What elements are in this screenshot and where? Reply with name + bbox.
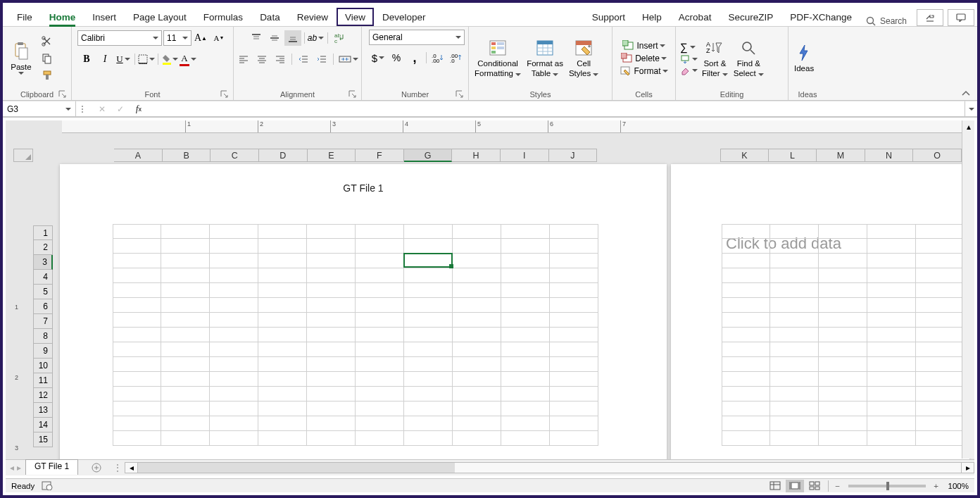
cell[interactable]	[307, 387, 356, 401]
cell[interactable]	[550, 298, 598, 313]
cell[interactable]	[356, 239, 404, 254]
prev-sheet-button[interactable]: ◂	[10, 463, 14, 473]
cell[interactable]	[161, 239, 210, 254]
cell[interactable]	[161, 401, 210, 416]
cell[interactable]	[210, 372, 258, 387]
cell[interactable]	[916, 431, 965, 446]
cell[interactable]	[307, 431, 356, 446]
cell[interactable]	[453, 328, 501, 342]
copy-button[interactable]	[39, 51, 56, 66]
cell[interactable]	[161, 328, 210, 342]
conditional-formatting-button[interactable]: Conditional Formatting	[472, 37, 524, 80]
row-header-7[interactable]: 7	[33, 314, 53, 329]
cell-grid[interactable]	[113, 224, 600, 446]
format-cells-button[interactable]: Format	[620, 66, 667, 77]
cell[interactable]	[113, 387, 161, 401]
column-header-O[interactable]: O	[913, 149, 962, 162]
cell[interactable]	[453, 372, 501, 387]
cell[interactable]	[550, 239, 598, 254]
tab-view[interactable]: View	[337, 8, 374, 26]
cell[interactable]	[916, 313, 965, 328]
percent-format-button[interactable]: %	[388, 50, 405, 66]
column-header-N[interactable]: N	[865, 149, 914, 162]
cell[interactable]	[453, 342, 501, 357]
cell[interactable]	[916, 372, 965, 387]
align-left-button[interactable]	[235, 51, 252, 67]
cell[interactable]	[867, 313, 916, 328]
column-header-M[interactable]: M	[817, 149, 865, 162]
tab-pdf-xchange[interactable]: PDF-XChange	[781, 8, 860, 26]
cell[interactable]	[210, 357, 258, 372]
cell[interactable]	[916, 268, 965, 283]
merge-center-button[interactable]	[337, 51, 360, 67]
cell[interactable]	[819, 254, 867, 268]
cell[interactable]	[722, 416, 770, 431]
cell[interactable]	[356, 357, 404, 372]
cell[interactable]	[916, 416, 965, 431]
increase-decimal-button[interactable]: .0.00	[429, 50, 446, 66]
column-header-D[interactable]: D	[259, 149, 308, 162]
cell[interactable]	[501, 224, 550, 239]
align-center-button[interactable]	[253, 51, 270, 67]
underline-button[interactable]: U	[115, 51, 132, 67]
cell[interactable]	[550, 254, 598, 268]
tab-split-handle[interactable]: ⋮	[111, 463, 125, 473]
accounting-format-button[interactable]: $	[370, 50, 387, 66]
cell[interactable]	[770, 313, 819, 328]
cell[interactable]	[161, 372, 210, 387]
format-painter-button[interactable]	[39, 68, 56, 83]
page-layout-view-button[interactable]	[786, 480, 804, 492]
middle-align-button[interactable]	[266, 30, 283, 46]
cell[interactable]	[113, 401, 161, 416]
cell[interactable]	[113, 298, 161, 313]
cell[interactable]	[867, 401, 916, 416]
column-header-B[interactable]: B	[163, 149, 211, 162]
cell[interactable]	[404, 239, 453, 254]
scroll-left-button[interactable]: ◂	[125, 463, 138, 473]
search-box[interactable]: Search	[860, 16, 912, 26]
row-header-10[interactable]: 10	[33, 359, 53, 373]
top-align-button[interactable]	[248, 30, 265, 46]
cell[interactable]	[770, 372, 819, 387]
cell[interactable]	[867, 328, 916, 342]
cell[interactable]	[258, 328, 307, 342]
cell[interactable]	[501, 401, 550, 416]
increase-indent-button[interactable]	[313, 51, 330, 67]
cell[interactable]	[819, 387, 867, 401]
insert-cells-button[interactable]: Insert	[622, 40, 665, 51]
decrease-indent-button[interactable]	[295, 51, 312, 67]
cell[interactable]	[210, 268, 258, 283]
comma-format-button[interactable]: ,	[406, 50, 423, 66]
cell[interactable]	[210, 254, 258, 268]
expand-formula-bar-button[interactable]	[965, 101, 977, 117]
cell[interactable]	[867, 431, 916, 446]
column-header-J[interactable]: J	[549, 149, 598, 162]
format-as-table-button[interactable]: Format as Table	[524, 37, 566, 80]
cell[interactable]	[916, 239, 965, 254]
tab-securezip[interactable]: SecureZIP	[720, 8, 781, 26]
row-header-5[interactable]: 5	[33, 285, 53, 299]
cell[interactable]	[722, 431, 770, 446]
cell[interactable]	[453, 268, 501, 283]
row-header-4[interactable]: 4	[33, 270, 53, 285]
cell[interactable]	[501, 239, 550, 254]
cell[interactable]	[453, 431, 501, 446]
cell[interactable]	[916, 254, 965, 268]
cell[interactable]	[770, 224, 819, 239]
cell[interactable]	[916, 342, 965, 357]
row-header-15[interactable]: 15	[33, 432, 53, 447]
cell[interactable]	[550, 268, 598, 283]
page-header[interactable]: GT File 1	[60, 182, 667, 194]
cell[interactable]	[307, 239, 356, 254]
collapse-ribbon-button[interactable]	[962, 90, 970, 97]
fill-button[interactable]	[680, 54, 698, 64]
cell[interactable]	[258, 387, 307, 401]
font-color-button[interactable]: A	[180, 51, 196, 67]
cell[interactable]	[819, 431, 867, 446]
cell[interactable]	[210, 401, 258, 416]
cell[interactable]	[867, 224, 916, 239]
grip-icon[interactable]	[81, 104, 85, 114]
font-size-select[interactable]: 11	[163, 30, 191, 46]
cell[interactable]	[819, 342, 867, 357]
align-right-button[interactable]	[272, 51, 289, 67]
